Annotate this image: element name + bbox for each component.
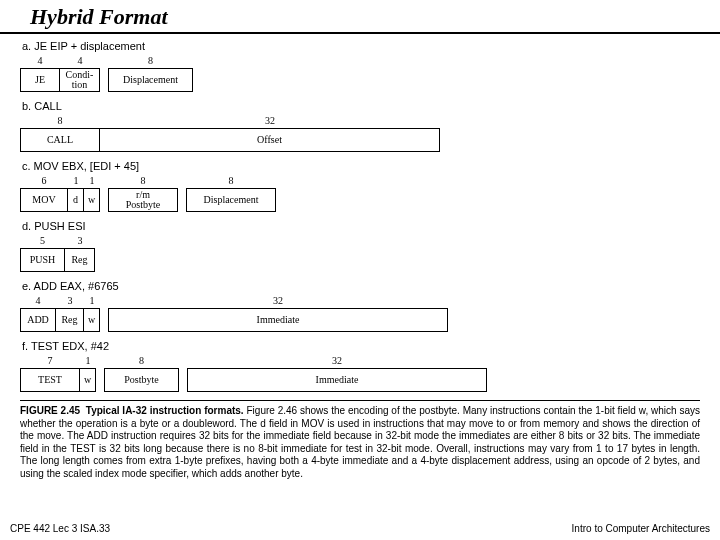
figure-body: Figure 2.46 shows the encoding of the po… bbox=[20, 405, 700, 479]
instr-a-label: a. JE EIP + displacement bbox=[22, 40, 700, 52]
footer-left: CPE 442 Lec 3 ISA.33 bbox=[10, 523, 110, 534]
field-je: JE bbox=[20, 68, 60, 92]
slide-title: Hybrid Format bbox=[0, 0, 720, 34]
figure-caption: FIGURE 2.45 Typical IA-32 instruction fo… bbox=[20, 400, 700, 480]
instruction-c: c. MOV EBX, [EDI + 45] 6MOV 1d 1w 8r/mPo… bbox=[20, 160, 700, 212]
field-offset: Offset bbox=[100, 128, 440, 152]
slide-footer: CPE 442 Lec 3 ISA.33 Intro to Computer A… bbox=[0, 523, 720, 534]
instr-e-label: e. ADD EAX, #6765 bbox=[22, 280, 700, 292]
field-condition: Condi-tion bbox=[60, 68, 100, 92]
instruction-e: e. ADD EAX, #6765 4ADD 3Reg 1w 32Immedia… bbox=[20, 280, 700, 332]
field-w: w bbox=[84, 188, 100, 212]
field-push: PUSH bbox=[20, 248, 65, 272]
field-postbyte-f: Postbyte bbox=[104, 368, 179, 392]
field-w-f: w bbox=[80, 368, 96, 392]
field-d: d bbox=[68, 188, 84, 212]
field-postbyte: r/mPostbyte bbox=[108, 188, 178, 212]
instr-f-label: f. TEST EDX, #42 bbox=[22, 340, 700, 352]
instr-d-label: d. PUSH ESI bbox=[22, 220, 700, 232]
slide-content: a. JE EIP + displacement 4JE 4Condi-tion… bbox=[0, 40, 720, 480]
field-displacement-c: Displacement bbox=[186, 188, 276, 212]
field-w-e: w bbox=[84, 308, 100, 332]
instruction-a: a. JE EIP + displacement 4JE 4Condi-tion… bbox=[20, 40, 700, 92]
field-displacement: Displacement bbox=[108, 68, 193, 92]
field-mov: MOV bbox=[20, 188, 68, 212]
field-add: ADD bbox=[20, 308, 56, 332]
instruction-d: d. PUSH ESI 5PUSH 3Reg bbox=[20, 220, 700, 272]
field-immediate-f: Immediate bbox=[187, 368, 487, 392]
instr-c-label: c. MOV EBX, [EDI + 45] bbox=[22, 160, 700, 172]
instruction-b: b. CALL 8CALL 32Offset bbox=[20, 100, 700, 152]
field-immediate-e: Immediate bbox=[108, 308, 448, 332]
field-reg-e: Reg bbox=[56, 308, 84, 332]
footer-right: Intro to Computer Architectures bbox=[572, 523, 710, 534]
figure-number: FIGURE 2.45 bbox=[20, 405, 80, 416]
instruction-f: f. TEST EDX, #42 7TEST 1w 8Postbyte 32Im… bbox=[20, 340, 700, 392]
figure-title: Typical IA-32 instruction formats. bbox=[86, 405, 244, 416]
instr-b-label: b. CALL bbox=[22, 100, 700, 112]
field-test: TEST bbox=[20, 368, 80, 392]
field-reg: Reg bbox=[65, 248, 95, 272]
field-call: CALL bbox=[20, 128, 100, 152]
